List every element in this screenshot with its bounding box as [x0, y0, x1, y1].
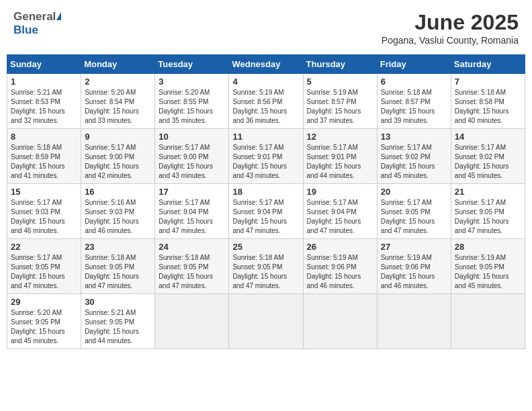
day-24: 24 Sunrise: 5:18 AMSunset: 9:05 PMDaylig…: [155, 239, 229, 294]
logo: General Blue: [13, 10, 61, 37]
location-title: Pogana, Vaslui County, Romania: [382, 35, 519, 46]
header-friday: Friday: [377, 55, 451, 74]
header-monday: Monday: [81, 55, 155, 74]
day-1: 1 Sunrise: 5:21 AMSunset: 8:53 PMDayligh…: [7, 74, 81, 129]
title-area: June 2025 Pogana, Vaslui County, Romania: [382, 10, 519, 46]
logo-shape-icon: [56, 12, 61, 20]
day-14: 14 Sunrise: 5:17 AMSunset: 9:02 PMDaylig…: [451, 129, 525, 184]
day-8: 8 Sunrise: 5:18 AMSunset: 8:59 PMDayligh…: [7, 129, 81, 184]
day-6: 6 Sunrise: 5:18 AMSunset: 8:57 PMDayligh…: [377, 74, 451, 129]
header-sunday: Sunday: [7, 55, 81, 74]
header: General Blue June 2025 Pogana, Vaslui Co…: [7, 7, 525, 49]
day-13: 13 Sunrise: 5:17 AMSunset: 9:02 PMDaylig…: [377, 129, 451, 184]
day-27: 27 Sunrise: 5:19 AMSunset: 9:06 PMDaylig…: [377, 239, 451, 294]
day-empty-5: [451, 294, 525, 349]
day-2: 2 Sunrise: 5:20 AMSunset: 8:54 PMDayligh…: [81, 74, 155, 129]
day-29: 29 Sunrise: 5:20 AMSunset: 9:05 PMDaylig…: [7, 294, 81, 349]
day-30: 30 Sunrise: 5:21 AMSunset: 9:05 PMDaylig…: [81, 294, 155, 349]
weekday-header-row: Sunday Monday Tuesday Wednesday Thursday…: [7, 55, 525, 74]
header-saturday: Saturday: [451, 55, 525, 74]
day-22: 22 Sunrise: 5:17 AMSunset: 9:05 PMDaylig…: [7, 239, 81, 294]
day-16: 16 Sunrise: 5:16 AMSunset: 9:03 PMDaylig…: [81, 184, 155, 239]
day-18: 18 Sunrise: 5:17 AMSunset: 9:04 PMDaylig…: [229, 184, 303, 239]
day-28: 28 Sunrise: 5:19 AMSunset: 9:05 PMDaylig…: [451, 239, 525, 294]
day-23: 23 Sunrise: 5:18 AMSunset: 9:05 PMDaylig…: [81, 239, 155, 294]
header-thursday: Thursday: [303, 55, 377, 74]
day-19: 19 Sunrise: 5:17 AMSunset: 9:04 PMDaylig…: [303, 184, 377, 239]
logo-general: General: [13, 10, 56, 24]
day-5: 5 Sunrise: 5:19 AMSunset: 8:57 PMDayligh…: [303, 74, 377, 129]
header-wednesday: Wednesday: [229, 55, 303, 74]
day-empty-3: [303, 294, 377, 349]
day-3: 3 Sunrise: 5:20 AMSunset: 8:55 PMDayligh…: [155, 74, 229, 129]
day-10: 10 Sunrise: 5:17 AMSunset: 9:00 PMDaylig…: [155, 129, 229, 184]
logo-blue: Blue: [13, 24, 38, 36]
calendar: Sunday Monday Tuesday Wednesday Thursday…: [7, 54, 525, 349]
day-empty-2: [229, 294, 303, 349]
week-row-1: 1 Sunrise: 5:21 AMSunset: 8:53 PMDayligh…: [7, 74, 525, 129]
week-row-5: 29 Sunrise: 5:20 AMSunset: 9:05 PMDaylig…: [7, 294, 525, 349]
day-25: 25 Sunrise: 5:18 AMSunset: 9:05 PMDaylig…: [229, 239, 303, 294]
header-tuesday: Tuesday: [155, 55, 229, 74]
day-26: 26 Sunrise: 5:19 AMSunset: 9:06 PMDaylig…: [303, 239, 377, 294]
day-9: 9 Sunrise: 5:17 AMSunset: 9:00 PMDayligh…: [81, 129, 155, 184]
week-row-2: 8 Sunrise: 5:18 AMSunset: 8:59 PMDayligh…: [7, 129, 525, 184]
day-15: 15 Sunrise: 5:17 AMSunset: 9:03 PMDaylig…: [7, 184, 81, 239]
day-12: 12 Sunrise: 5:17 AMSunset: 9:01 PMDaylig…: [303, 129, 377, 184]
week-row-3: 15 Sunrise: 5:17 AMSunset: 9:03 PMDaylig…: [7, 184, 525, 239]
month-title: June 2025: [382, 10, 519, 35]
day-21: 21 Sunrise: 5:17 AMSunset: 9:05 PMDaylig…: [451, 184, 525, 239]
week-row-4: 22 Sunrise: 5:17 AMSunset: 9:05 PMDaylig…: [7, 239, 525, 294]
day-7: 7 Sunrise: 5:18 AMSunset: 8:58 PMDayligh…: [451, 74, 525, 129]
day-11: 11 Sunrise: 5:17 AMSunset: 9:01 PMDaylig…: [229, 129, 303, 184]
day-20: 20 Sunrise: 5:17 AMSunset: 9:05 PMDaylig…: [377, 184, 451, 239]
day-17: 17 Sunrise: 5:17 AMSunset: 9:04 PMDaylig…: [155, 184, 229, 239]
day-empty-1: [155, 294, 229, 349]
day-empty-4: [377, 294, 451, 349]
day-4: 4 Sunrise: 5:19 AMSunset: 8:56 PMDayligh…: [229, 74, 303, 129]
